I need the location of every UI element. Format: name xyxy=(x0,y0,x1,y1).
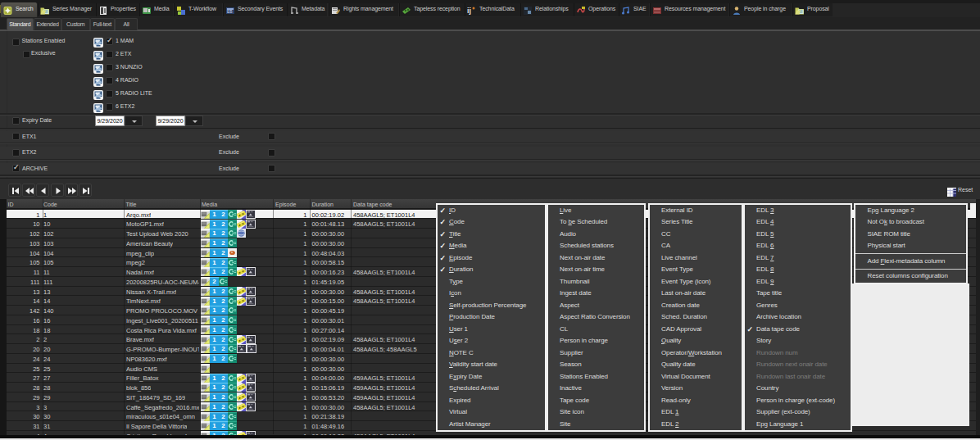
svg-text:ij: ij xyxy=(467,7,471,15)
svg-text:1: 1 xyxy=(212,384,216,392)
svg-text:1: 1 xyxy=(212,403,216,411)
svg-text:1: 1 xyxy=(212,423,216,430)
svg-text:1: 1 xyxy=(212,374,216,382)
svg-text:1: 1 xyxy=(212,297,216,305)
svg-text:1: 1 xyxy=(212,326,216,333)
svg-text:1: 1 xyxy=(212,413,216,420)
svg-text:2: 2 xyxy=(221,384,225,392)
svg-text:2: 2 xyxy=(221,326,225,333)
svg-text:1: 1 xyxy=(212,355,216,362)
svg-text:2: 2 xyxy=(221,288,225,295)
svg-text:1: 1 xyxy=(212,288,216,295)
svg-text:2: 2 xyxy=(221,239,225,247)
svg-text:2: 2 xyxy=(221,346,225,353)
svg-text:2: 2 xyxy=(221,336,225,343)
svg-text:2: 2 xyxy=(221,307,225,315)
svg-text:1: 1 xyxy=(212,336,216,343)
svg-text:1: 1 xyxy=(212,211,216,218)
svg-text:1: 1 xyxy=(212,220,216,228)
svg-text:2: 2 xyxy=(221,374,225,382)
svg-text:2: 2 xyxy=(221,423,225,430)
svg-text:2: 2 xyxy=(221,413,225,420)
svg-text:2: 2 xyxy=(221,269,225,276)
svg-text:2: 2 xyxy=(221,211,225,218)
svg-text:2: 2 xyxy=(221,297,225,305)
svg-text:2: 2 xyxy=(221,403,225,411)
svg-text:1: 1 xyxy=(212,316,216,324)
svg-text:2: 2 xyxy=(221,316,225,324)
svg-text:1: 1 xyxy=(212,259,216,266)
svg-text:2: 2 xyxy=(221,230,225,238)
svg-text:EB: EB xyxy=(227,9,233,14)
svg-text:2: 2 xyxy=(221,355,225,362)
svg-text:2: 2 xyxy=(221,393,225,401)
svg-text:1: 1 xyxy=(212,239,216,247)
svg-text:2: 2 xyxy=(221,249,225,256)
svg-text:1: 1 xyxy=(212,307,216,315)
svg-text:2: 2 xyxy=(221,220,225,228)
svg-text:1: 1 xyxy=(212,249,216,256)
svg-text:1: 1 xyxy=(212,346,216,353)
svg-text:2: 2 xyxy=(212,278,216,285)
svg-text:2: 2 xyxy=(221,259,225,266)
svg-text:1: 1 xyxy=(212,230,216,238)
svg-text:1: 1 xyxy=(212,393,216,401)
svg-text:1: 1 xyxy=(212,269,216,276)
